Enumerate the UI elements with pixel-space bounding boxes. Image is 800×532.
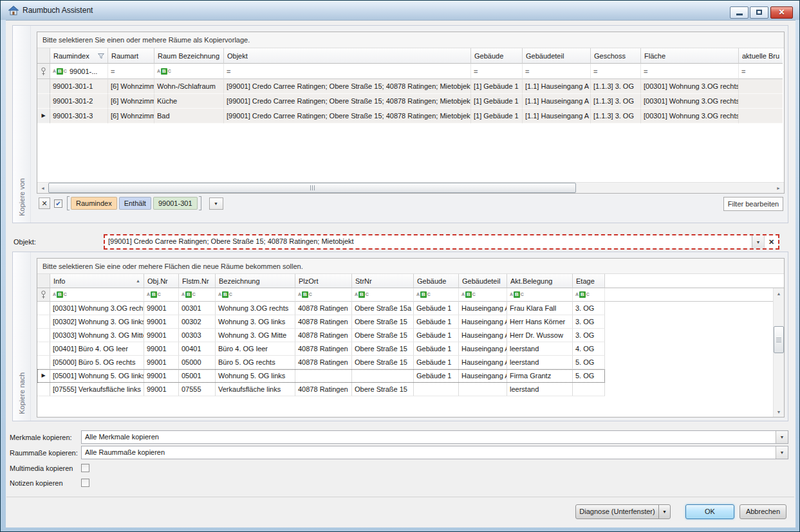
column-header-plzort[interactable]: PlzOrt bbox=[295, 274, 352, 288]
table-cell[interactable]: [1.1] Hauseingang A bbox=[523, 94, 591, 109]
table-cell[interactable]: Hauseingang A bbox=[459, 315, 507, 329]
filter-cell-objnr[interactable]: ABC bbox=[144, 288, 179, 302]
table-cell[interactable]: Hauseingang A bbox=[459, 356, 507, 369]
column-header-aktbelegung[interactable]: Akt.Belegung bbox=[507, 274, 573, 288]
table-cell[interactable]: Gebäude 1 bbox=[414, 315, 459, 329]
table-cell[interactable]: Firma Grantz bbox=[507, 369, 573, 383]
filter-cell-flstmnr[interactable]: ABC bbox=[179, 288, 216, 302]
column-header-geschoss[interactable]: Geschoss bbox=[591, 48, 641, 64]
table-cell[interactable]: 40878 Ratingen bbox=[295, 383, 352, 396]
objekt-combobox[interactable]: [99001] Credo Carree Ratingen; Obere Str… bbox=[105, 235, 778, 248]
funnel-filter-icon[interactable] bbox=[98, 53, 104, 59]
table-cell[interactable]: Herr Dr. Wussow bbox=[507, 329, 573, 342]
table-cell[interactable] bbox=[459, 383, 507, 396]
filter-enabled-checkbox[interactable] bbox=[54, 199, 62, 208]
merkmale-combobox[interactable]: Alle Merkmale kopieren ▼ bbox=[81, 430, 788, 444]
objekt-clear-button[interactable]: ✕ bbox=[764, 235, 778, 248]
filter-dropdown-button[interactable]: ▼ bbox=[209, 197, 223, 210]
table-cell[interactable]: 99001 bbox=[144, 315, 179, 329]
table-cell[interactable]: 05000 bbox=[179, 356, 216, 369]
filter-cell-etage[interactable]: ABC bbox=[573, 288, 605, 302]
table-cell[interactable]: Bad bbox=[154, 109, 224, 124]
table-cell[interactable]: [6] Wohnzimmer bbox=[108, 94, 154, 109]
column-header-etage[interactable]: Etage bbox=[573, 274, 605, 288]
table-cell[interactable]: 99001 bbox=[144, 356, 179, 369]
column-header-bezeichnung[interactable]: Bezeichnung bbox=[216, 274, 295, 288]
table-cell[interactable]: Gebäude 1 bbox=[414, 369, 459, 383]
table-cell[interactable]: [1.1] Hauseingang A bbox=[523, 79, 591, 94]
table-cell[interactable]: 00302 bbox=[179, 315, 216, 329]
diagnose-dropdown-button[interactable]: ▼ bbox=[658, 504, 671, 519]
table-cell[interactable] bbox=[295, 369, 352, 383]
table-row[interactable]: 99001-301-2 [6] Wohnzimmer Küche [99001]… bbox=[37, 94, 783, 109]
filter-cell-info[interactable]: ABC bbox=[50, 288, 144, 302]
table-cell[interactable]: [1] Gebäude 1 bbox=[471, 94, 523, 109]
edit-filter-button[interactable]: Filter bearbeiten bbox=[723, 197, 783, 211]
table-row[interactable]: ▶ 99001-301-3 [6] Wohnzimmer Bad [99001]… bbox=[37, 109, 783, 124]
table-cell[interactable]: [1.1.3] 3. OG bbox=[591, 109, 641, 124]
table-cell[interactable]: [00301] Wohnung 3.OG rechts bbox=[641, 94, 739, 109]
table-cell[interactable]: Hauseingang A bbox=[459, 302, 507, 315]
table-cell[interactable]: 00401 bbox=[179, 342, 216, 356]
table-cell[interactable]: 99001 bbox=[144, 342, 179, 356]
scroll-up-button[interactable]: ▲ bbox=[774, 288, 784, 298]
table-row[interactable]: [07555] Verkaufsfläche links 99001 07555… bbox=[37, 383, 605, 396]
horizontal-scrollbar-thumb[interactable] bbox=[48, 183, 576, 193]
objekt-dropdown-button[interactable]: ▼ bbox=[752, 235, 764, 248]
table-cell[interactable] bbox=[414, 383, 459, 396]
column-header-gebaeude[interactable]: Gebäude bbox=[414, 274, 459, 288]
table-cell[interactable]: Gebäude 1 bbox=[414, 356, 459, 369]
table-cell[interactable]: 99001 bbox=[144, 302, 179, 315]
table-cell[interactable]: leerstand bbox=[507, 356, 573, 369]
filter-field-chip[interactable]: Raumindex bbox=[71, 197, 117, 210]
table-cell[interactable]: [00401] Büro 4. OG leer bbox=[50, 342, 144, 356]
table-cell[interactable]: [00301] Wohnung 3.OG rechts bbox=[50, 302, 144, 315]
table-cell[interactable]: [1.1] Hauseingang A bbox=[523, 109, 591, 124]
table-cell[interactable]: leerstand bbox=[507, 342, 573, 356]
column-header-flstmnr[interactable]: Flstm.Nr bbox=[179, 274, 216, 288]
table-cell[interactable]: 4. OG bbox=[573, 342, 605, 356]
column-header-raum-bezeichnung[interactable]: Raum Bezeichnung bbox=[154, 48, 224, 64]
table-cell[interactable]: Wohn-/Schlafraum bbox=[154, 79, 224, 94]
column-header-objekt[interactable]: Objekt bbox=[224, 48, 471, 64]
maximize-button[interactable] bbox=[750, 6, 768, 19]
filter-cell-strnr[interactable]: ABC bbox=[352, 288, 414, 302]
table-cell[interactable]: 99001 bbox=[144, 383, 179, 396]
table-cell[interactable]: 99001 bbox=[144, 369, 179, 383]
table-cell[interactable]: 99001-301-2 bbox=[50, 94, 108, 109]
table-cell[interactable]: Wohnung 3. OG Mitte bbox=[216, 329, 295, 342]
table-cell[interactable]: Gebäude 1 bbox=[414, 302, 459, 315]
column-header-aktuelle-bru[interactable]: aktuelle Bru bbox=[739, 48, 783, 64]
table-cell[interactable]: Büro 4. OG leer bbox=[216, 342, 295, 356]
filter-cell-gebaeudeteil[interactable]: ABC bbox=[459, 288, 507, 302]
table-cell[interactable]: [00302] Wohnung 3. OG links bbox=[50, 315, 144, 329]
filter-cell-gebaeude[interactable]: ABC bbox=[414, 288, 459, 302]
table-cell[interactable] bbox=[739, 94, 783, 109]
table-cell[interactable]: Küche bbox=[154, 94, 224, 109]
table-cell[interactable]: 40878 Ratingen bbox=[295, 302, 352, 315]
table-cell[interactable]: 00301 bbox=[179, 302, 216, 315]
table-cell[interactable]: 05001 bbox=[179, 369, 216, 383]
table-cell[interactable]: 5. OG bbox=[573, 356, 605, 369]
table-cell[interactable]: 99001 bbox=[144, 329, 179, 342]
table-cell[interactable]: [1] Gebäude 1 bbox=[471, 109, 523, 124]
raummasse-combobox[interactable]: Alle Raummaße kopieren ▼ bbox=[81, 446, 788, 459]
table-cell[interactable]: 00303 bbox=[179, 329, 216, 342]
table-cell[interactable]: leerstand bbox=[507, 383, 573, 396]
column-header-info[interactable]: Info▲ bbox=[50, 274, 144, 288]
scroll-down-button[interactable]: ▼ bbox=[774, 407, 784, 417]
table-cell[interactable]: [99001] Credo Carree Ratingen; Obere Str… bbox=[224, 79, 471, 94]
merkmale-dropdown-button[interactable]: ▼ bbox=[776, 431, 788, 443]
table-cell[interactable]: Hauseingang A bbox=[459, 369, 507, 383]
table-row[interactable]: [00302] Wohnung 3. OG links 99001 00302 … bbox=[37, 315, 605, 329]
table-cell[interactable]: 3. OG bbox=[573, 315, 605, 329]
ok-button[interactable]: OK bbox=[685, 504, 734, 519]
table-cell[interactable] bbox=[739, 109, 783, 124]
title-bar[interactable]: Raumbuch Assistent ✕ bbox=[1, 1, 799, 20]
table-cell[interactable]: [6] Wohnzimmer bbox=[108, 79, 154, 94]
notizen-checkbox[interactable] bbox=[81, 479, 89, 487]
table-cell[interactable] bbox=[352, 369, 414, 383]
table-cell[interactable]: 99001-301-3 bbox=[50, 109, 108, 124]
raummasse-combobox-value[interactable]: Alle Raummaße kopieren bbox=[82, 446, 776, 459]
table-cell[interactable]: Verkaufsfläche links bbox=[216, 383, 295, 396]
